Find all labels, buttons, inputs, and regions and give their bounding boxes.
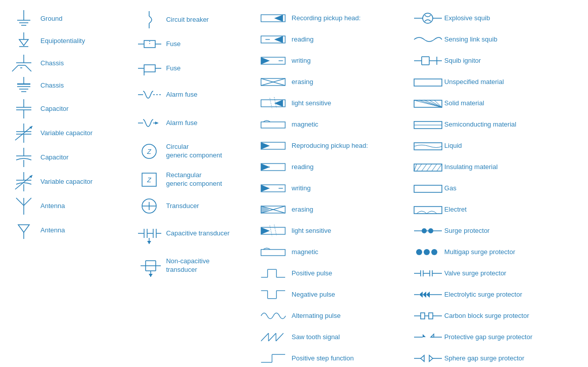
list-item: Alternating pulse	[259, 305, 412, 327]
list-item: Transducer	[133, 194, 258, 218]
svg-line-39	[24, 198, 31, 206]
svg-text:Z: Z	[147, 148, 152, 155]
variable-capacitor1-label: Variable capacitor	[40, 129, 93, 138]
alarm-fuse1-label: Alarm fuse	[166, 91, 197, 99]
positive-pulse-symbol	[259, 264, 292, 283]
non-capacitive-transducer-symbol	[133, 251, 166, 281]
valve-surge-protector-label: Valve surge protector	[444, 269, 507, 278]
svg-line-37	[16, 198, 24, 206]
semiconducting-material-label: Semiconducting material	[444, 120, 516, 129]
carbon-block-surge-protector-label: Carbon block surge protector	[444, 312, 529, 320]
electrolytic-surge-protector-symbol	[412, 288, 444, 302]
svg-marker-203	[429, 355, 433, 361]
liquid-label: Liquid	[444, 142, 462, 150]
svg-marker-74	[147, 241, 151, 244]
carbon-block-surge-protector-symbol	[412, 309, 444, 323]
list-item: Surge protector	[412, 220, 580, 241]
fuse2-label: Fuse	[166, 64, 180, 73]
svg-rect-119	[261, 250, 285, 256]
list-item: erasing	[259, 71, 412, 93]
list-item: Equipotentiality	[8, 30, 133, 52]
svg-marker-86	[149, 274, 153, 277]
list-item: Electrolytic surge protector	[412, 284, 580, 305]
transducer-label: Transducer	[166, 202, 199, 211]
svg-marker-202	[421, 355, 424, 361]
svg-marker-188	[423, 292, 426, 298]
antenna1-label: Antenna	[40, 202, 65, 211]
column-2: Circuit breaker Fuse	[133, 8, 258, 359]
alarm-fuse2-label: Alarm fuse	[166, 119, 197, 128]
variable-capacitor2-label: Variable capacitor	[40, 178, 93, 186]
reading2-symbol	[259, 159, 292, 175]
list-item: Unspecified material	[412, 71, 580, 93]
negative-pulse-label: Negative pulse	[292, 291, 335, 299]
list-item: Semiconducting material	[412, 114, 580, 135]
circular-generic-label: Circular generic component	[166, 143, 222, 160]
capacitive-transducer-label: Capacitive transducer	[166, 229, 230, 238]
list-item: Valve surge protector	[412, 263, 580, 284]
list-item: Chassis	[8, 52, 133, 74]
magnetic1-symbol	[259, 116, 292, 133]
list-item: magnetic	[259, 241, 412, 263]
magnetic1-label: magnetic	[292, 120, 319, 129]
svg-line-168	[437, 164, 442, 171]
svg-line-132	[268, 333, 276, 341]
erasing2-symbol	[259, 201, 292, 218]
capacitor2-symbol	[8, 147, 40, 168]
reproducing-pickup-head-symbol	[259, 137, 292, 155]
svg-line-164	[417, 164, 422, 171]
list-item: Liquid	[412, 135, 580, 156]
explosive-squib-label: Explosive squib	[444, 14, 490, 23]
reading2-label: reading	[292, 163, 313, 172]
circular-generic-symbol: Z	[133, 139, 166, 164]
svg-marker-189	[426, 292, 430, 298]
list-item: Sphere gap surge protector	[412, 348, 580, 367]
light-sensitive1-symbol	[259, 95, 292, 111]
list-item: Z Circular generic component	[133, 137, 258, 166]
svg-marker-5	[19, 39, 28, 46]
list-item: Multigap surge protector	[412, 241, 580, 263]
unspecified-material-symbol	[412, 75, 444, 89]
insulating-material-symbol	[412, 160, 444, 174]
list-item: light sensitive	[259, 220, 412, 241]
list-item: Fuse	[133, 32, 258, 56]
capacitive-transducer-symbol	[133, 220, 166, 248]
list-item: Variable capacitor	[8, 121, 133, 145]
svg-point-177	[424, 249, 430, 255]
svg-marker-116	[261, 227, 269, 234]
chassis2-symbol	[8, 76, 40, 95]
list-item: Fuse	[133, 56, 258, 80]
capacitor1-label: Capacitor	[40, 105, 69, 113]
list-item: Sensing link squib	[412, 29, 580, 50]
antenna2-symbol	[8, 220, 40, 241]
svg-rect-169	[414, 185, 442, 192]
antenna1-symbol	[8, 195, 40, 217]
svg-rect-49	[144, 65, 155, 72]
list-item: Capacitor	[8, 97, 133, 121]
light-sensitive2-symbol	[259, 223, 292, 239]
list-item: magnetic	[259, 114, 412, 135]
svg-marker-99	[274, 100, 283, 107]
list-item: Non-capacitive transducer	[133, 249, 258, 282]
svg-marker-41	[18, 225, 29, 232]
list-item: Solid material	[412, 93, 580, 114]
squib-ignitor-label: Squib ignitor	[444, 57, 481, 65]
svg-line-101	[274, 97, 276, 108]
svg-marker-104	[261, 142, 269, 149]
svg-marker-109	[261, 185, 269, 192]
variable-capacitor2-symbol	[8, 171, 40, 192]
svg-marker-197	[423, 334, 426, 337]
writing2-label: writing	[292, 184, 311, 193]
list-item: Gas	[412, 178, 580, 199]
list-item: light sensitive	[259, 93, 412, 114]
svg-line-12	[12, 65, 18, 71]
alternating-pulse-label: Alternating pulse	[292, 312, 341, 320]
ground-label: Ground	[40, 15, 62, 23]
light-sensitive2-label: light sensitive	[292, 227, 331, 235]
capacitor2-label: Capacitor	[40, 153, 69, 162]
ground-symbol	[8, 9, 40, 28]
svg-rect-194	[429, 313, 433, 319]
fuse2-symbol	[133, 58, 166, 79]
list-item: Squib ignitor	[412, 50, 580, 71]
svg-marker-93	[261, 57, 269, 64]
